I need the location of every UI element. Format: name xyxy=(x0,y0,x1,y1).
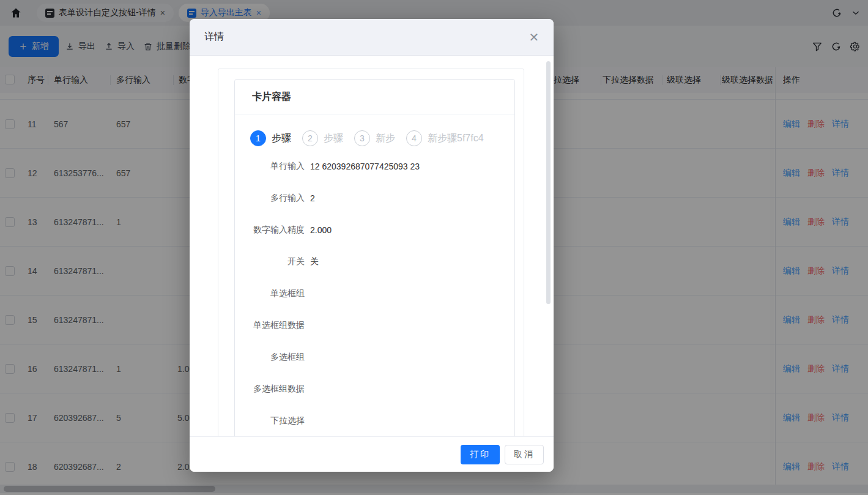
card-title: 卡片容器 xyxy=(235,80,514,114)
form-preview-container: 卡片容器 1 步骤 2 步骤 3 新步 xyxy=(218,69,524,436)
dialog-header: 详情 ✕ xyxy=(190,19,554,56)
field-row: 单选框组 xyxy=(235,278,514,310)
field-label: 下拉选择 xyxy=(235,415,305,426)
dialog-title: 详情 xyxy=(204,31,224,43)
step-label: 新步 xyxy=(376,132,395,145)
field-label: 数字输入精度 xyxy=(235,225,305,236)
field-row: 多行输入 2 xyxy=(235,182,514,214)
step-number: 2 xyxy=(302,130,318,146)
app-screen: 表单设计自定义按钮-详情 × 导入导出主表 × 新增 导出 xyxy=(0,0,868,495)
field-row: 单行输入 12 620392687077425093 23 xyxy=(235,151,514,182)
dialog-scrollbar-thumb[interactable] xyxy=(546,61,551,304)
field-label: 多选框组 xyxy=(235,352,305,363)
print-button[interactable]: 打印 xyxy=(461,445,500,464)
field-row: 下拉选择 xyxy=(235,405,514,436)
field-row: 多选框组数据 xyxy=(235,373,514,405)
step-number: 4 xyxy=(406,130,422,146)
field-value: 2.000 xyxy=(310,225,332,235)
step-1[interactable]: 1 步骤 xyxy=(250,130,297,146)
step-label: 新步骤5f7fc4 xyxy=(428,132,484,145)
close-icon[interactable]: ✕ xyxy=(527,30,541,45)
field-value: 12 620392687077425093 23 xyxy=(310,162,420,171)
detail-dialog: 详情 ✕ 卡片容器 1 步骤 2 步骤 xyxy=(190,19,554,472)
dialog-footer: 打印 取消 xyxy=(190,436,554,472)
field-label: 单行输入 xyxy=(235,161,305,172)
step-3[interactable]: 3 新步 xyxy=(354,130,401,146)
step-4[interactable]: 4 新步骤5f7fc4 xyxy=(406,130,489,146)
field-label: 多选框组数据 xyxy=(235,384,305,395)
detail-fields: 单行输入 12 620392687077425093 23 多行输入 2 数字输… xyxy=(235,151,514,436)
field-value: 关 xyxy=(310,256,319,267)
field-label: 多行输入 xyxy=(235,193,305,204)
cancel-button[interactable]: 取消 xyxy=(505,445,544,464)
field-label: 单选框组数据 xyxy=(235,320,305,331)
step-label: 步骤 xyxy=(272,132,291,145)
field-label: 单选框组 xyxy=(235,288,305,299)
field-row: 多选框组 xyxy=(235,341,514,373)
step-number: 3 xyxy=(354,130,370,146)
field-label: 开关 xyxy=(235,256,305,267)
step-number: 1 xyxy=(250,130,266,146)
field-row: 开关 关 xyxy=(235,246,514,278)
field-row: 单选框组数据 xyxy=(235,310,514,341)
dialog-body: 卡片容器 1 步骤 2 步骤 3 新步 xyxy=(190,56,554,436)
steps-bar: 1 步骤 2 步骤 3 新步 4 新步骤5f7f xyxy=(235,114,514,146)
field-value: 2 xyxy=(310,193,315,203)
card-container: 卡片容器 1 步骤 2 步骤 3 新步 xyxy=(234,79,515,436)
field-row: 数字输入精度 2.000 xyxy=(235,214,514,246)
step-label: 步骤 xyxy=(324,132,343,145)
step-2[interactable]: 2 步骤 xyxy=(302,130,349,146)
